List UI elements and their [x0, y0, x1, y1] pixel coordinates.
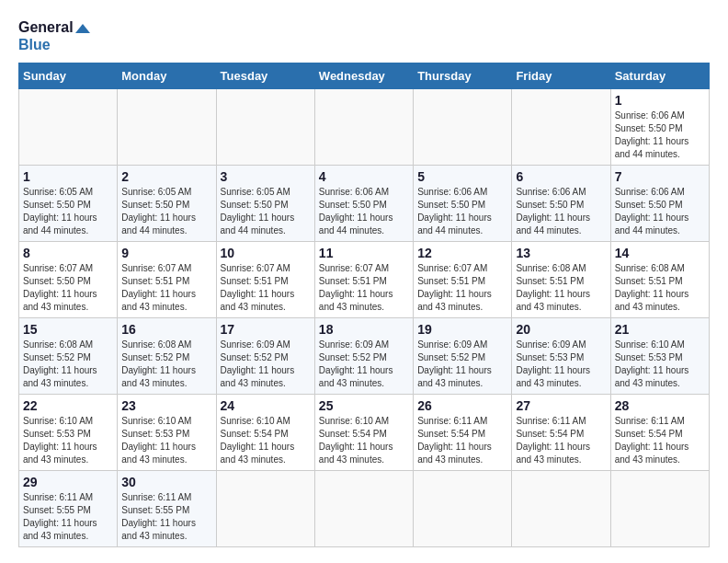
- day-info: Sunrise: 6:07 AM Sunset: 5:51 PM Dayligh…: [121, 262, 211, 314]
- day-number: 9: [121, 246, 211, 260]
- calendar-cell: 18 Sunrise: 6:09 AM Sunset: 5:52 PM Dayl…: [314, 318, 413, 395]
- day-number: 17: [221, 322, 311, 337]
- calendar-week-row: 1 Sunrise: 6:06 AM Sunset: 5:50 PM Dayli…: [19, 89, 710, 166]
- day-number: 26: [417, 398, 507, 413]
- calendar-cell: 9 Sunrise: 6:07 AM Sunset: 5:51 PM Dayli…: [118, 242, 216, 318]
- calendar-cell: 10 Sunrise: 6:07 AM Sunset: 5:51 PM Dayl…: [216, 242, 314, 318]
- day-info: Sunrise: 6:07 AM Sunset: 5:50 PM Dayligh…: [23, 262, 113, 314]
- day-number: 7: [615, 169, 705, 184]
- day-number: 27: [516, 398, 606, 413]
- calendar-cell: [19, 89, 118, 166]
- day-info: Sunrise: 6:06 AM Sunset: 5:50 PM Dayligh…: [319, 186, 409, 237]
- day-info: Sunrise: 6:08 AM Sunset: 5:51 PM Dayligh…: [516, 262, 606, 314]
- calendar-cell: 27 Sunrise: 6:11 AM Sunset: 5:54 PM Dayl…: [512, 395, 610, 471]
- day-info: Sunrise: 6:11 AM Sunset: 5:54 PM Dayligh…: [516, 415, 606, 466]
- day-info: Sunrise: 6:11 AM Sunset: 5:54 PM Dayligh…: [615, 415, 705, 466]
- calendar-cell: 8 Sunrise: 6:07 AM Sunset: 5:50 PM Dayli…: [19, 242, 118, 318]
- calendar-week-row: 29 Sunrise: 6:11 AM Sunset: 5:55 PM Dayl…: [19, 471, 710, 547]
- day-info: Sunrise: 6:10 AM Sunset: 5:53 PM Dayligh…: [615, 339, 705, 390]
- day-number: 22: [23, 398, 113, 413]
- day-number: 6: [516, 169, 606, 184]
- calendar-cell: 4 Sunrise: 6:06 AM Sunset: 5:50 PM Dayli…: [314, 166, 413, 242]
- calendar-header: SundayMondayTuesdayWednesdayThursdayFrid…: [19, 63, 710, 89]
- calendar-table: SundayMondayTuesdayWednesdayThursdayFrid…: [18, 63, 710, 547]
- day-number: 21: [615, 322, 705, 337]
- day-number: 29: [23, 475, 113, 489]
- calendar-cell: 25 Sunrise: 6:10 AM Sunset: 5:54 PM Dayl…: [314, 395, 413, 471]
- day-number: 4: [319, 169, 409, 184]
- calendar-cell: 22 Sunrise: 6:10 AM Sunset: 5:53 PM Dayl…: [19, 395, 118, 471]
- day-info: Sunrise: 6:10 AM Sunset: 5:53 PM Dayligh…: [23, 415, 113, 466]
- day-number: 13: [516, 246, 606, 260]
- day-number: 12: [417, 246, 507, 260]
- calendar-cell: 11 Sunrise: 6:07 AM Sunset: 5:51 PM Dayl…: [314, 242, 413, 318]
- calendar-cell: 5 Sunrise: 6:06 AM Sunset: 5:50 PM Dayli…: [414, 166, 512, 242]
- calendar-cell: [314, 89, 413, 166]
- calendar-cell: 16 Sunrise: 6:08 AM Sunset: 5:52 PM Dayl…: [118, 318, 216, 395]
- day-number: 23: [121, 398, 211, 413]
- calendar-week-row: 8 Sunrise: 6:07 AM Sunset: 5:50 PM Dayli…: [19, 242, 710, 318]
- calendar-cell: [512, 89, 610, 166]
- header-day: Wednesday: [314, 63, 413, 89]
- day-info: Sunrise: 6:05 AM Sunset: 5:50 PM Dayligh…: [23, 186, 113, 237]
- day-number: 18: [319, 322, 409, 337]
- calendar-cell: 21 Sunrise: 6:10 AM Sunset: 5:53 PM Dayl…: [610, 318, 709, 395]
- day-info: Sunrise: 6:07 AM Sunset: 5:51 PM Dayligh…: [319, 262, 409, 314]
- calendar-cell: 26 Sunrise: 6:11 AM Sunset: 5:54 PM Dayl…: [414, 395, 512, 471]
- calendar-cell: [314, 471, 413, 547]
- calendar-cell: 1 Sunrise: 6:05 AM Sunset: 5:50 PM Dayli…: [19, 166, 118, 242]
- calendar-cell: 23 Sunrise: 6:10 AM Sunset: 5:53 PM Dayl…: [118, 395, 216, 471]
- day-number: 2: [121, 169, 211, 184]
- day-number: 1: [23, 169, 113, 184]
- day-info: Sunrise: 6:09 AM Sunset: 5:52 PM Dayligh…: [417, 339, 507, 390]
- day-info: Sunrise: 6:08 AM Sunset: 5:52 PM Dayligh…: [23, 339, 113, 390]
- day-number: 28: [615, 398, 705, 413]
- header-day: Sunday: [19, 63, 118, 89]
- day-info: Sunrise: 6:06 AM Sunset: 5:50 PM Dayligh…: [615, 186, 705, 237]
- day-number: 25: [319, 398, 409, 413]
- day-info: Sunrise: 6:05 AM Sunset: 5:50 PM Dayligh…: [221, 186, 311, 237]
- calendar-cell: [216, 471, 314, 547]
- calendar-cell: 20 Sunrise: 6:09 AM Sunset: 5:53 PM Dayl…: [512, 318, 610, 395]
- calendar-cell: 30 Sunrise: 6:11 AM Sunset: 5:55 PM Dayl…: [118, 471, 216, 547]
- day-info: Sunrise: 6:07 AM Sunset: 5:51 PM Dayligh…: [417, 262, 507, 314]
- day-info: Sunrise: 6:06 AM Sunset: 5:50 PM Dayligh…: [516, 186, 606, 237]
- calendar-cell: 2 Sunrise: 6:05 AM Sunset: 5:50 PM Dayli…: [118, 166, 216, 242]
- day-number: 11: [319, 246, 409, 260]
- calendar-cell: 24 Sunrise: 6:10 AM Sunset: 5:54 PM Dayl…: [216, 395, 314, 471]
- calendar-body: 1 Sunrise: 6:06 AM Sunset: 5:50 PM Dayli…: [19, 89, 710, 547]
- calendar-cell: 6 Sunrise: 6:06 AM Sunset: 5:50 PM Dayli…: [512, 166, 610, 242]
- day-info: Sunrise: 6:07 AM Sunset: 5:51 PM Dayligh…: [221, 262, 311, 314]
- calendar-cell: 13 Sunrise: 6:08 AM Sunset: 5:51 PM Dayl…: [512, 242, 610, 318]
- day-info: Sunrise: 6:10 AM Sunset: 5:54 PM Dayligh…: [221, 415, 311, 466]
- calendar-cell: 1 Sunrise: 6:06 AM Sunset: 5:50 PM Dayli…: [610, 89, 709, 166]
- calendar-cell: 7 Sunrise: 6:06 AM Sunset: 5:50 PM Dayli…: [610, 166, 709, 242]
- day-info: Sunrise: 6:10 AM Sunset: 5:53 PM Dayligh…: [121, 415, 211, 466]
- calendar-cell: [414, 471, 512, 547]
- calendar-cell: 12 Sunrise: 6:07 AM Sunset: 5:51 PM Dayl…: [414, 242, 512, 318]
- calendar-cell: [512, 471, 610, 547]
- header-day: Thursday: [414, 63, 512, 89]
- day-info: Sunrise: 6:06 AM Sunset: 5:50 PM Dayligh…: [615, 109, 705, 161]
- day-info: Sunrise: 6:09 AM Sunset: 5:52 PM Dayligh…: [319, 339, 409, 390]
- calendar-cell: 17 Sunrise: 6:09 AM Sunset: 5:52 PM Dayl…: [216, 318, 314, 395]
- calendar-cell: [610, 471, 709, 547]
- day-info: Sunrise: 6:08 AM Sunset: 5:51 PM Dayligh…: [615, 262, 705, 314]
- day-number: 1: [615, 93, 705, 108]
- day-number: 19: [417, 322, 507, 337]
- day-info: Sunrise: 6:11 AM Sunset: 5:54 PM Dayligh…: [417, 415, 507, 466]
- calendar-week-row: 22 Sunrise: 6:10 AM Sunset: 5:53 PM Dayl…: [19, 395, 710, 471]
- page-header: General Blue: [18, 18, 710, 53]
- calendar-cell: [118, 89, 216, 166]
- header-day: Saturday: [610, 63, 709, 89]
- day-info: Sunrise: 6:11 AM Sunset: 5:55 PM Dayligh…: [121, 491, 211, 543]
- day-number: 14: [615, 246, 705, 260]
- day-number: 20: [516, 322, 606, 337]
- header-day: Monday: [118, 63, 216, 89]
- day-number: 10: [221, 246, 311, 260]
- calendar-week-row: 1 Sunrise: 6:05 AM Sunset: 5:50 PM Dayli…: [19, 166, 710, 242]
- day-number: 30: [121, 475, 211, 489]
- calendar-week-row: 15 Sunrise: 6:08 AM Sunset: 5:52 PM Dayl…: [19, 318, 710, 395]
- day-info: Sunrise: 6:11 AM Sunset: 5:55 PM Dayligh…: [23, 491, 113, 543]
- day-number: 24: [221, 398, 311, 413]
